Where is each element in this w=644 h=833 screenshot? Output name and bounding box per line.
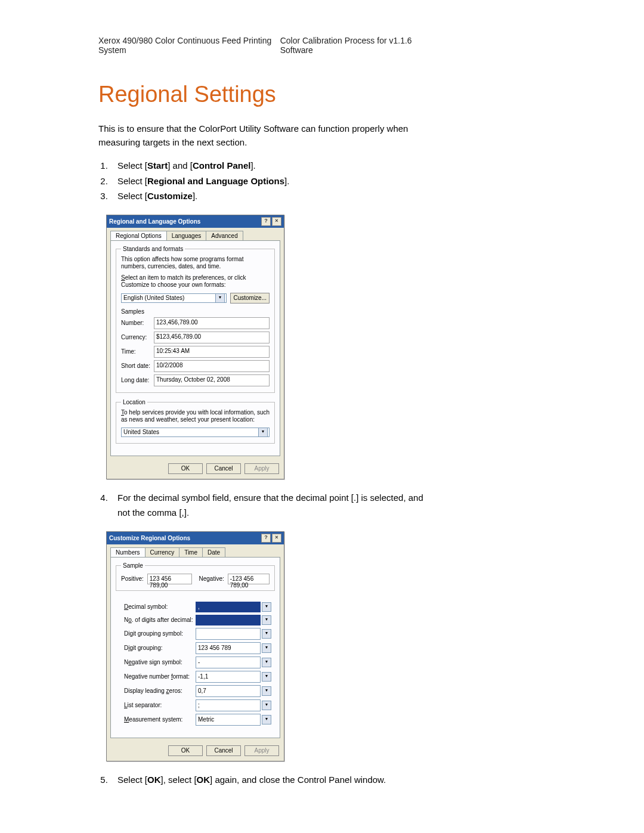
decimal-symbol-dropdown[interactable]: , [196,602,261,612]
measurement-dropdown[interactable]: Metric [196,714,261,726]
chevron-down-icon: ▾ [262,615,271,625]
chevron-down-icon: ▾ [258,428,268,437]
shortdate-sample: 10/2/2008 [154,360,270,372]
apply-button[interactable]: Apply [244,463,279,474]
digit-grouping-dropdown[interactable]: 123 456 789 [196,642,261,654]
location-group: Location To help services provide you wi… [116,399,275,444]
standards-note-1: This option affects how some programs fo… [121,256,270,271]
step-3: Select [Customize]. [110,188,429,204]
apply-button[interactable]: Apply [244,745,279,756]
negative-sample: -123 456 789,00 [228,574,270,584]
sample-legend: Sample [121,562,145,569]
tab-advanced[interactable]: Advanced [206,231,243,240]
digits-after-dropdown[interactable] [196,615,261,625]
sample-group: Sample Positive:123 456 789,00 Negative:… [116,562,275,591]
longdate-sample: Thursday, October 02, 2008 [154,374,270,386]
chevron-down-icon: ▾ [262,602,271,612]
negative-format-label: Negative number format: [124,673,196,680]
step-5: Select [OK], select [OK] again, and clos… [110,772,429,788]
location-note: To help services provide you with local … [121,409,270,424]
tabstrip: Numbers Currency Time Date [110,547,280,557]
negative-sign-label: Negative sign symbol: [124,659,196,665]
close-icon[interactable]: × [272,534,281,543]
decimal-symbol-label: Decimal symbol: [124,603,196,610]
page-title: Regional Settings [98,82,429,107]
grouping-symbol-dropdown[interactable] [196,628,261,640]
samples-label: Samples [121,308,270,315]
regional-options-dialog: Regional and Language Options ? × Region… [106,215,284,479]
leading-zeros-label: Display leading zeros: [124,688,196,694]
digits-after-label: No. of digits after decimal: [124,617,196,623]
tab-numbers[interactable]: Numbers [110,547,145,557]
ok-button[interactable]: OK [168,745,203,756]
tab-languages[interactable]: Languages [166,231,207,240]
location-dropdown[interactable]: United States ▾ [121,428,270,437]
positive-sample: 123 456 789,00 [147,574,192,584]
page-header: Xerox 490/980 Color Continuous Feed Prin… [98,36,429,55]
cancel-button[interactable]: Cancel [206,463,241,474]
tab-regional-options[interactable]: Regional Options [110,231,167,240]
negative-sign-dropdown[interactable]: - [196,657,261,668]
chevron-down-icon: ▾ [262,672,271,682]
standards-note-2: Select an item to match its preferences,… [121,274,270,289]
step-1: Select [Start] and [Control Panel]. [110,158,429,174]
customize-button[interactable]: Customize... [230,293,270,304]
help-icon[interactable]: ? [261,217,271,226]
chevron-down-icon: ▾ [262,643,271,653]
language-dropdown[interactable]: English (United States) ▾ [121,293,227,303]
time-sample: 10:25:43 AM [154,346,270,358]
step-2: Select [Regional and Language Options]. [110,174,429,189]
chevron-down-icon: ▾ [262,629,271,639]
header-right: Color Calibration Process for v1.1.6 Sof… [280,36,429,55]
currency-sample: $123,456,789.00 [154,332,270,343]
dialog-title: Customize Regional Options [109,535,190,541]
measurement-label: Measurement system: [124,716,196,723]
digit-grouping-label: Digit grouping: [124,645,196,651]
location-legend: Location [121,399,147,405]
time-label: Time: [121,348,154,355]
list-separator-label: List separator: [124,702,196,708]
chevron-down-icon: ▾ [262,658,271,667]
intro-paragraph: This is to ensure that the ColorPort Uti… [98,122,429,149]
standards-and-formats-group: Standards and formats This option affect… [116,246,275,393]
help-icon[interactable]: ? [261,534,271,543]
tab-date[interactable]: Date [202,547,225,557]
longdate-label: Long date: [121,377,154,383]
positive-label: Positive: [121,575,144,582]
currency-label: Currency: [121,334,154,340]
titlebar: Customize Regional Options ? × [107,532,284,544]
shortdate-label: Short date: [121,363,154,369]
list-separator-dropdown[interactable]: ; [196,699,261,711]
header-left: Xerox 490/980 Color Continuous Feed Prin… [98,36,280,55]
step-4: For the decimal symbol field, ensure tha… [110,490,429,521]
chevron-down-icon: ▾ [262,686,271,696]
tabstrip: Regional Options Languages Advanced [110,231,280,240]
ok-button[interactable]: OK [168,463,203,474]
close-icon[interactable]: × [272,217,281,226]
cancel-button[interactable]: Cancel [206,745,241,756]
number-sample: 123,456,789.00 [154,317,270,329]
chevron-down-icon: ▾ [262,715,271,724]
tab-time[interactable]: Time [179,547,203,557]
number-label: Number: [121,320,154,326]
grouping-symbol-label: Digit grouping symbol: [124,630,196,637]
negative-label: Negative: [199,575,224,582]
negative-format-dropdown[interactable]: -1,1 [196,671,261,683]
chevron-down-icon: ▾ [262,701,271,710]
dialog-title: Regional and Language Options [109,218,200,225]
tab-currency[interactable]: Currency [145,547,180,557]
leading-zeros-dropdown[interactable]: 0,7 [196,685,261,697]
standards-legend: Standards and formats [121,246,185,252]
titlebar: Regional and Language Options ? × [107,215,284,228]
customize-regional-options-dialog: Customize Regional Options ? × Numbers C… [106,531,284,761]
chevron-down-icon: ▾ [215,293,225,303]
